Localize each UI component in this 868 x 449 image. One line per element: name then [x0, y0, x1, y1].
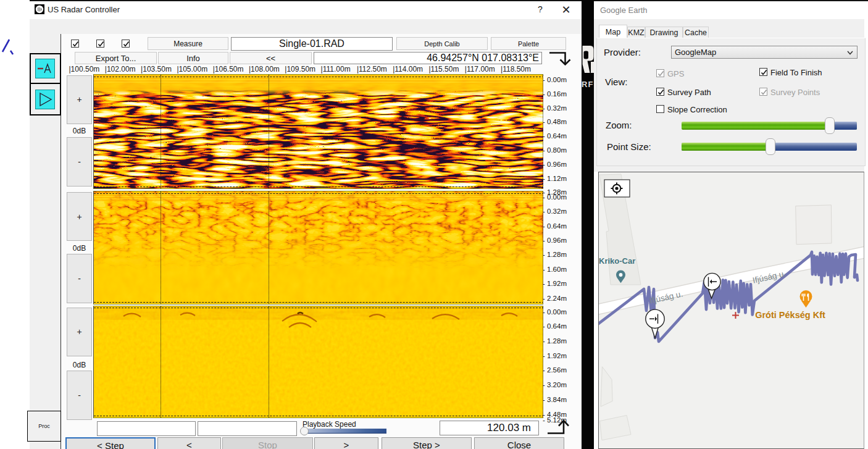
svg-text:Kriko-Car: Kriko-Car [599, 256, 635, 266]
svg-text:Gróti Pékség Kft: Gróti Pékség Kft [755, 310, 825, 320]
svg-text:RF: RF [582, 80, 593, 89]
